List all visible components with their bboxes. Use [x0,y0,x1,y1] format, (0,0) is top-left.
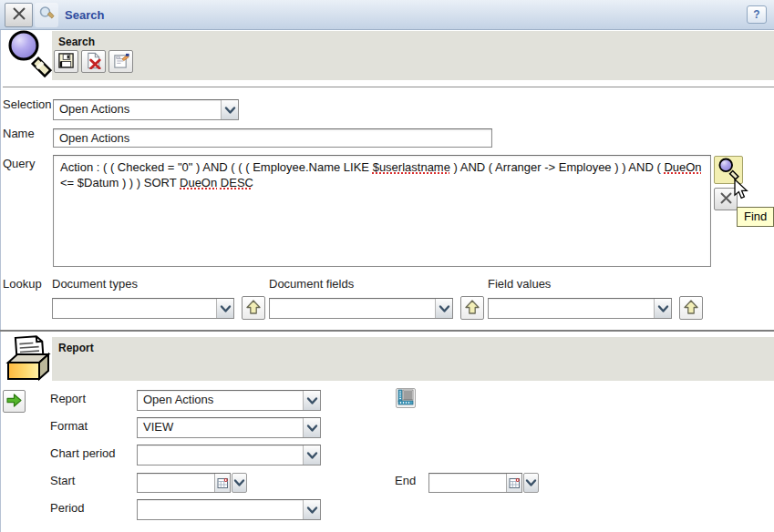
close-icon [11,5,27,25]
document-fields-label: Document fields [269,277,354,291]
help-button[interactable]: ? [747,5,767,24]
report-label: Report [50,392,86,405]
window-title: Search [65,8,104,22]
delete-search-button[interactable] [81,50,106,73]
search-header-divider [3,87,774,87]
chevron-down-icon [216,299,233,318]
query-label: Query [3,157,35,170]
chevron-down-icon [221,100,238,119]
document-types-select[interactable] [52,298,234,319]
chevron-down-icon [303,500,320,519]
field-values-select[interactable] [488,298,672,319]
edit-search-button[interactable] [108,50,133,73]
format-label: Format [50,419,88,433]
chevron-down-icon [525,476,537,490]
chart-period-label: Chart period [50,446,116,460]
report-view-icon [397,389,414,408]
chevron-down-icon [654,299,671,318]
format-select[interactable]: VIEW [137,417,321,438]
close-button[interactable] [5,3,33,27]
period-label: Period [50,501,85,515]
edit-form-icon [112,52,129,72]
end-date-input[interactable] [429,474,506,492]
printer-icon [3,333,52,385]
chevron-down-icon [233,476,245,490]
report-section-title: Report [58,342,94,354]
start-label: Start [50,474,75,487]
name-input[interactable] [53,128,492,148]
lookup-label: Lookup [3,277,42,291]
chart-period-value [138,445,303,465]
selection-label: Selection [3,97,51,111]
document-fields-apply-button[interactable] [460,296,484,320]
period-value [138,500,303,519]
magnifier-icon [38,5,55,25]
search-window: Search ? Search [0,0,774,532]
chevron-down-icon [435,299,452,318]
end-date-dropdown-button[interactable] [523,473,539,493]
save-icon [57,52,75,72]
start-date-dropdown-button[interactable] [232,473,247,493]
search-section-header: Search [52,31,774,80]
chevron-down-icon [303,391,320,410]
end-label: End [395,474,416,487]
report-section-divider [0,330,774,332]
clear-x-icon [718,190,734,209]
name-label: Name [3,127,35,140]
calendar-icon[interactable] [214,474,230,492]
save-search-button[interactable] [54,50,78,73]
document-fields-select[interactable] [269,298,453,319]
search-section-icon [6,30,52,84]
format-value: VIEW [138,418,303,437]
field-values-label: Field values [488,277,551,291]
selection-value: Open Actions [54,100,221,119]
find-tooltip: Find [737,207,774,227]
window-left-border [0,30,1,532]
document-types-value [53,299,216,318]
selection-select[interactable]: Open Actions [53,99,239,120]
green-arrow-right-icon [5,391,24,413]
period-select[interactable] [137,499,321,520]
query-input[interactable]: Action : ( ( Checked = "0" ) AND ( ( ( E… [53,155,711,267]
up-arrow-icon [245,299,262,318]
titlebar-search-tab[interactable] [35,3,58,27]
document-fields-value [270,299,435,318]
clear-query-button[interactable] [714,188,738,210]
report-view-button[interactable] [396,388,416,408]
start-date-input[interactable] [138,474,214,492]
chevron-down-icon [303,445,320,465]
start-date-field[interactable] [137,473,231,493]
up-arrow-icon [464,299,480,318]
document-types-label: Document types [52,277,138,291]
document-types-apply-button[interactable] [242,296,265,320]
field-values-apply-button[interactable] [679,296,703,320]
run-report-button[interactable] [3,390,26,413]
calendar-icon[interactable] [506,474,521,492]
report-section-header: Report [52,337,774,381]
field-values-value [489,299,654,318]
find-button[interactable] [714,156,743,184]
chevron-down-icon [303,418,320,437]
titlebar: Search ? [0,0,774,30]
chart-period-select[interactable] [137,445,321,466]
search-section-title: Search [58,36,95,48]
report-value: Open Actions [138,391,303,410]
report-select[interactable]: Open Actions [137,390,321,411]
find-magnifier-icon [717,158,739,182]
end-date-field[interactable] [428,473,522,493]
delete-icon [85,52,102,72]
search-toolbar [54,50,133,73]
up-arrow-icon [683,299,699,318]
